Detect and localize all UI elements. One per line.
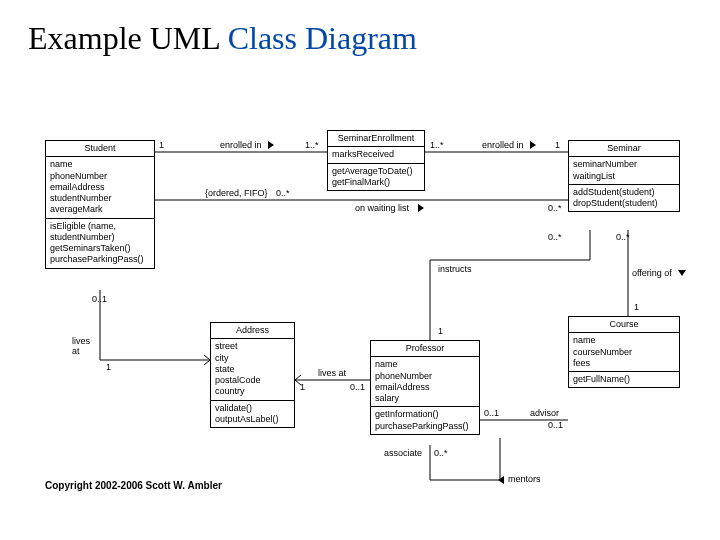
class-student-attrs: name phoneNumber emailAddress studentNum… bbox=[46, 157, 154, 218]
mult-prof-instructs: 1 bbox=[438, 326, 443, 336]
arrow-icon bbox=[678, 270, 686, 276]
mult-student-address: 0..1 bbox=[92, 294, 107, 304]
arrow-icon bbox=[498, 476, 504, 484]
assoc-offering-of: offering of bbox=[632, 268, 672, 278]
assoc-lives-at-2: lives at bbox=[318, 368, 346, 378]
class-course-name: Course bbox=[569, 317, 679, 333]
assoc-enrolled-in-2: enrolled in bbox=[482, 140, 524, 150]
assoc-instructs: instructs bbox=[438, 264, 472, 274]
class-student-name: Student bbox=[46, 141, 154, 157]
class-address-ops: validate() outputAsLabel() bbox=[211, 401, 294, 428]
class-seminar-ops: addStudent(student) dropStudent(student) bbox=[569, 185, 679, 212]
constraint-ordered-fifo: {ordered, FIFO} bbox=[205, 188, 268, 198]
copyright-notice: Copyright 2002-2006 Scott W. Ambler bbox=[45, 480, 222, 491]
mult-prof-advisor: 0..1 bbox=[484, 408, 499, 418]
class-seminar-enrollment-name: SeminarEnrollment bbox=[328, 131, 424, 147]
mult-prof-address: 0..1 bbox=[350, 382, 365, 392]
assoc-advisor: advisor bbox=[530, 408, 559, 418]
class-address-name: Address bbox=[211, 323, 294, 339]
class-seminar-enrollment-ops: getAverageToDate() getFinalMark() bbox=[328, 164, 424, 191]
mult-seminar-enrolled: 1 bbox=[555, 140, 560, 150]
class-student-ops: isEligible (name, studentNumber) getSemi… bbox=[46, 219, 154, 268]
class-professor-ops: getInformation() purchaseParkingPass() bbox=[371, 407, 479, 434]
assoc-enrolled-in-1: enrolled in bbox=[220, 140, 262, 150]
class-course-attrs: name courseNumber fees bbox=[569, 333, 679, 372]
arrow-icon bbox=[530, 141, 536, 149]
assoc-on-waiting-list: on waiting list bbox=[355, 203, 409, 213]
mult-address-student: 1 bbox=[106, 362, 111, 372]
mult-seminar-course: 0..* bbox=[616, 232, 630, 242]
class-professor-attrs: name phoneNumber emailAddress salary bbox=[371, 357, 479, 407]
mult-address-prof: 1 bbox=[300, 382, 305, 392]
class-seminar-enrollment: SeminarEnrollment marksReceived getAvera… bbox=[327, 130, 425, 191]
class-address: Address street city state postalCode cou… bbox=[210, 322, 295, 428]
class-address-attrs: street city state postalCode country bbox=[211, 339, 294, 400]
mult-seminar-instructs: 0..* bbox=[548, 232, 562, 242]
arrow-icon bbox=[418, 204, 424, 212]
class-seminar-attrs: seminarNumber waitingList bbox=[569, 157, 679, 185]
class-seminar-name: Seminar bbox=[569, 141, 679, 157]
class-seminar: Seminar seminarNumber waitingList addStu… bbox=[568, 140, 680, 212]
mult-associate: 0..* bbox=[434, 448, 448, 458]
mult-enrollment-left: 1..* bbox=[305, 140, 319, 150]
role-associate: associate bbox=[384, 448, 422, 458]
class-student: Student name phoneNumber emailAddress st… bbox=[45, 140, 155, 269]
mult-enrollment-right: 1..* bbox=[430, 140, 444, 150]
uml-connectors bbox=[0, 0, 720, 540]
class-course-ops: getFullName() bbox=[569, 372, 679, 387]
mult-course-offering: 1 bbox=[634, 302, 639, 312]
assoc-lives-at-1: lives at bbox=[72, 336, 90, 356]
class-professor-name: Professor bbox=[371, 341, 479, 357]
mult-course-advisor: 0..1 bbox=[548, 420, 563, 430]
assoc-mentors: mentors bbox=[508, 474, 541, 484]
class-seminar-enrollment-attrs: marksReceived bbox=[328, 147, 424, 163]
class-course: Course name courseNumber fees getFullNam… bbox=[568, 316, 680, 388]
class-professor: Professor name phoneNumber emailAddress … bbox=[370, 340, 480, 435]
arrow-icon bbox=[268, 141, 274, 149]
mult-waiting-student: 0..* bbox=[276, 188, 290, 198]
mult-student-enrolled: 1 bbox=[159, 140, 164, 150]
mult-waiting-seminar: 0..* bbox=[548, 203, 562, 213]
